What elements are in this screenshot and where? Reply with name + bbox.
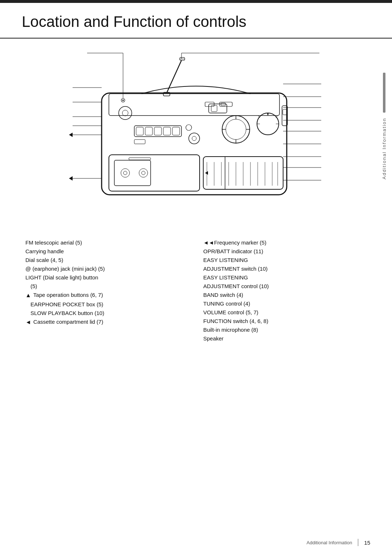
label-adjustment-switch: ADJUSTMENT switch (10) bbox=[203, 265, 367, 273]
svg-point-46 bbox=[267, 113, 269, 115]
label-easy-listening-control: EASY LISTENING bbox=[203, 273, 367, 282]
label-volume-control: VOLUME control (5, 7) bbox=[203, 308, 367, 317]
label-microphone: Built-in microphone (8) bbox=[203, 326, 367, 334]
svg-rect-32 bbox=[134, 140, 145, 144]
label-opr-batt: OPR/BATT indicator (11) bbox=[203, 247, 367, 256]
labels-section: FM telescopic aerial (5) Carrying handle… bbox=[22, 238, 370, 343]
main-content: FM telescopic aerial (5) Carrying handle… bbox=[0, 49, 392, 343]
svg-point-40 bbox=[257, 113, 279, 135]
svg-rect-53 bbox=[129, 158, 151, 160]
svg-rect-25 bbox=[136, 127, 143, 135]
label-easy-listening-switch: EASY LISTENING bbox=[203, 256, 367, 265]
top-bar bbox=[0, 0, 392, 3]
device-illustration bbox=[22, 49, 370, 224]
sidebar-text: Additional Information bbox=[381, 118, 387, 179]
svg-point-54 bbox=[121, 169, 130, 177]
page-number: 15 bbox=[364, 540, 370, 546]
label-light-button: LIGHT (Dial scale light) button bbox=[25, 273, 189, 282]
svg-rect-48 bbox=[283, 109, 287, 115]
label-cassette-lid: ◄ Cassette compartment lid (7) bbox=[25, 318, 189, 327]
page-title: Location and Function of controls bbox=[0, 3, 392, 39]
svg-point-31 bbox=[192, 136, 196, 141]
label-slow-playback: SLOW PLAYBACK button (10) bbox=[25, 309, 189, 318]
svg-point-33 bbox=[186, 125, 192, 130]
label-carrying-handle: Carrying handle bbox=[25, 247, 189, 256]
svg-rect-26 bbox=[145, 127, 152, 135]
svg-point-35 bbox=[226, 119, 246, 140]
page-footer: Additional Information 15 bbox=[307, 539, 370, 546]
svg-rect-27 bbox=[154, 127, 162, 135]
labels-right: ◄◄Frequency marker (5) OPR/BATT indicato… bbox=[203, 238, 367, 343]
svg-rect-29 bbox=[172, 127, 180, 135]
device-svg bbox=[69, 49, 323, 224]
svg-rect-28 bbox=[163, 127, 171, 135]
svg-point-34 bbox=[222, 116, 250, 143]
label-adjustment-control: ADJUSTMENT control (10) bbox=[203, 282, 367, 291]
svg-point-30 bbox=[189, 133, 200, 144]
svg-marker-81 bbox=[205, 171, 208, 175]
svg-rect-19 bbox=[180, 57, 185, 60]
label-function-switch: FUNCTION switch (4, 6, 8) bbox=[203, 317, 367, 326]
sidebar-label: Additional Information bbox=[381, 73, 387, 179]
svg-point-55 bbox=[123, 171, 127, 175]
label-earphone-pocket: EARPHONE POCKET box (5) bbox=[25, 300, 189, 309]
label-fm-aerial: FM telescopic aerial (5) bbox=[25, 238, 189, 247]
label-earphone-jack: @ (earphone) jack (mini jack) (5) bbox=[25, 265, 189, 273]
svg-point-22 bbox=[119, 106, 132, 120]
sidebar-bar bbox=[383, 73, 385, 113]
svg-point-57 bbox=[142, 171, 145, 175]
svg-rect-21 bbox=[109, 94, 279, 116]
label-light-button-num: (5) bbox=[25, 282, 189, 291]
label-band-switch: BAND switch (4) bbox=[203, 291, 367, 299]
label-tuning-control: TUNING control (4) bbox=[203, 299, 367, 308]
svg-rect-71 bbox=[205, 102, 214, 106]
svg-point-75 bbox=[122, 100, 124, 101]
footer-separator bbox=[358, 539, 358, 546]
label-speaker: Speaker bbox=[203, 334, 367, 343]
label-tape-buttons: ▲ Tape operation buttons (6, 7) bbox=[25, 291, 189, 300]
svg-rect-73 bbox=[221, 103, 225, 106]
labels-left: FM telescopic aerial (5) Carrying handle… bbox=[25, 238, 189, 343]
svg-marker-7 bbox=[69, 176, 73, 181]
label-dial-scale: Dial scale (4, 5) bbox=[25, 256, 189, 265]
footer-text: Additional Information bbox=[307, 540, 352, 545]
svg-point-23 bbox=[122, 110, 128, 116]
svg-point-56 bbox=[139, 169, 148, 177]
svg-marker-5 bbox=[69, 133, 73, 137]
label-freq-marker: ◄◄Frequency marker (5) bbox=[203, 238, 367, 247]
